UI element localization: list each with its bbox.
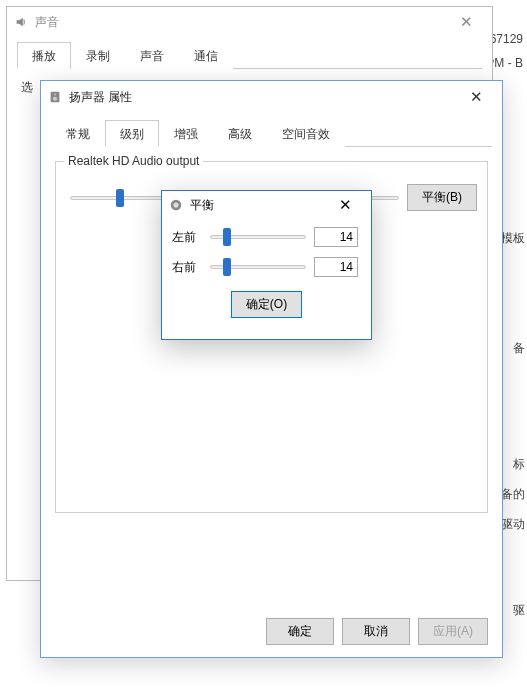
select-label: 选 bbox=[21, 80, 33, 94]
tab-spatial[interactable]: 空间音效 bbox=[267, 120, 345, 147]
speaker-icon bbox=[47, 89, 63, 105]
svg-point-1 bbox=[53, 97, 57, 101]
tab-general[interactable]: 常规 bbox=[51, 120, 105, 147]
left-front-slider[interactable] bbox=[210, 227, 306, 247]
sound-icon bbox=[13, 14, 29, 30]
window-title: 扬声器 属性 bbox=[69, 89, 456, 106]
tab-sounds[interactable]: 声音 bbox=[125, 42, 179, 69]
tab-recording[interactable]: 录制 bbox=[71, 42, 125, 69]
right-front-value[interactable] bbox=[314, 257, 358, 277]
bg-text: 备 bbox=[513, 340, 525, 357]
balance-button[interactable]: 平衡(B) bbox=[407, 184, 477, 211]
close-icon[interactable]: ✕ bbox=[456, 85, 496, 109]
balance-right-row: 右前 bbox=[172, 257, 361, 277]
titlebar[interactable]: 声音 ✕ bbox=[7, 7, 492, 37]
bg-text: 模板 bbox=[501, 230, 525, 247]
right-front-label: 右前 bbox=[172, 259, 202, 276]
bg-text: 驱 bbox=[513, 602, 525, 619]
close-icon[interactable]: ✕ bbox=[325, 193, 365, 217]
speaker-tabs: 常规 级别 增强 高级 空间音效 bbox=[51, 119, 492, 147]
sound-tabs: 播放 录制 声音 通信 bbox=[17, 41, 482, 69]
titlebar[interactable]: 扬声器 属性 ✕ bbox=[41, 81, 502, 113]
right-front-slider[interactable] bbox=[210, 257, 306, 277]
window-title: 平衡 bbox=[190, 197, 325, 214]
svg-point-2 bbox=[54, 94, 56, 96]
ok-button[interactable]: 确定 bbox=[266, 618, 334, 645]
cancel-button[interactable]: 取消 bbox=[342, 618, 410, 645]
apply-button[interactable]: 应用(A) bbox=[418, 618, 488, 645]
balance-icon bbox=[168, 197, 184, 213]
close-icon[interactable]: ✕ bbox=[446, 10, 486, 34]
svg-point-4 bbox=[173, 202, 178, 207]
tab-communication[interactable]: 通信 bbox=[179, 42, 233, 69]
speaker-properties-window: 扬声器 属性 ✕ 常规 级别 增强 高级 空间音效 Realtek HD Aud… bbox=[40, 80, 503, 658]
left-front-value[interactable] bbox=[314, 227, 358, 247]
bg-text: 驱动 bbox=[501, 516, 525, 533]
group-label: Realtek HD Audio output bbox=[64, 154, 203, 168]
tab-levels[interactable]: 级别 bbox=[105, 120, 159, 147]
tab-enhance[interactable]: 增强 bbox=[159, 120, 213, 147]
balance-dialog: 平衡 ✕ 左前 右前 确定(O) bbox=[161, 190, 372, 340]
bg-text: 标 bbox=[513, 456, 525, 473]
titlebar[interactable]: 平衡 ✕ bbox=[162, 191, 371, 219]
tab-advanced[interactable]: 高级 bbox=[213, 120, 267, 147]
balance-left-row: 左前 bbox=[172, 227, 361, 247]
tab-playback[interactable]: 播放 bbox=[17, 42, 71, 69]
ok-button[interactable]: 确定(O) bbox=[231, 291, 302, 318]
window-title: 声音 bbox=[35, 14, 446, 31]
bg-text: 备的 bbox=[501, 486, 525, 503]
left-front-label: 左前 bbox=[172, 229, 202, 246]
